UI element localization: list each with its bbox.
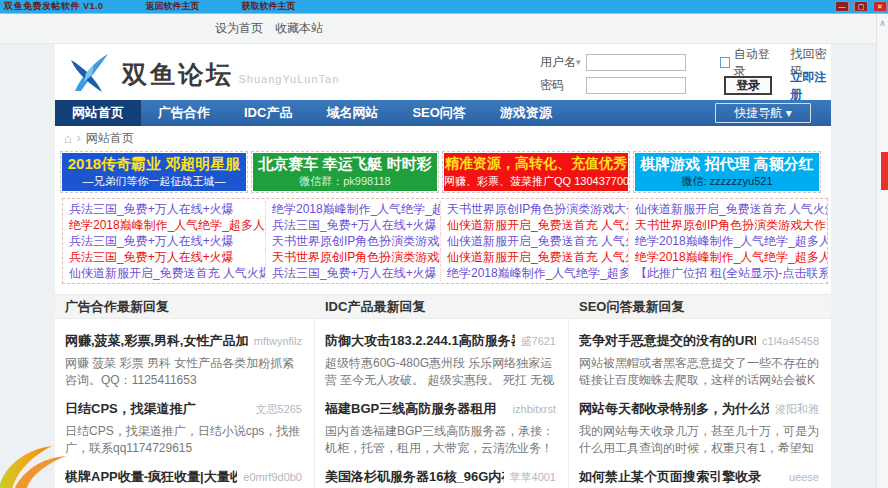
text-ad-link[interactable]: 绝学2018巅峰制作_人气绝学_超多人玩 [63,217,266,233]
topic-author[interactable]: 苹苹4001 [510,470,556,485]
text-ad-link[interactable]: 仙侠道新服开启_免费送首充 人气火爆 [441,233,629,249]
text-ad-label: 仙侠道新服开启_免费送首充 人气火爆 [447,234,629,248]
topic-author[interactable]: mftwynfilz [254,335,302,347]
topic-author[interactable]: e0mrf9d0b0 [243,471,302,483]
text-ad-label: 天书世界原创IP角色扮演类游戏大作 [635,218,826,232]
banner-line1: 2018传奇霸业 邓超明星服 [62,153,246,174]
banner-ad-legend-game[interactable]: 2018传奇霸业 邓超明星服 —兄弟们等你一起征战王城— [62,153,246,191]
text-ad-label: 兵法三国_免费+万人在线+火爆 [69,202,234,216]
text-ad-label: 天书世界原创IP角色扮演类游戏大作 [272,234,441,248]
latest-replies-columns: 网赚,菠菜,彩票,男科,女性产品加粉抓 mftwynfilz 网赚 菠菜 彩票 … [55,319,831,488]
text-ad-link[interactable]: 仙侠道新服开启_免费送首充 人气火爆 [63,265,266,281]
window-controls: — ▢ ✕ [835,1,887,12]
topic-title[interactable]: 网站每天都收录特别多，为什么没有权 [579,400,769,418]
text-ad-label: 绝学2018巅峰制作_人气绝学_超多人玩 [272,202,441,216]
text-ad-rent-link[interactable]: 【此推广位招 租(全站显示)-点击联系】 [629,265,827,281]
topic-excerpt: 超级特惠60G-480G惠州段 乐乐网络独家运营 至今无人攻破。 超级实惠段。 … [325,355,556,389]
site-logo[interactable]: 双鱼论坛 ShuangYuLunTan [66,49,339,99]
logo-text: 双鱼论坛 ShuangYuLunTan [122,60,339,88]
topic-title[interactable]: 美国洛杉矶服务器16核_96G内存_250M带 [325,468,504,486]
menu-return-home[interactable]: 返回软件主页 [146,0,200,13]
text-ad-link[interactable]: 仙侠道新服开启_免费送首充 人气火爆 [441,217,629,233]
banner-line1: 精准资源，高转化、充值优秀 [444,153,628,174]
banner-line2: 微信: zzzzzzyu521 [635,174,819,189]
topic-title[interactable]: 防御大攻击183.2.244.1高防服务器，秒 [325,332,515,350]
home-icon[interactable]: ⌂ [64,131,72,146]
banner-ad-resources[interactable]: 精准资源，高转化、充值优秀 网赚、彩票、菠菜推广QQ 1304377001 [444,153,628,191]
banner-line1: 北京赛车 幸运飞艇 时时彩 [253,153,437,174]
banner-ad-racing[interactable]: 北京赛车 幸运飞艇 时时彩 微信群：pk998118 [253,153,437,191]
text-ad-link[interactable]: 绝学2018巅峰制作_人气绝学_超多人玩 [441,265,629,281]
password-label: 密码 [540,77,582,94]
topic-author[interactable]: ueese [789,471,819,483]
text-ad-label: 兵法三国_免费+万人在线+火爆 [69,250,234,264]
topic-excerpt: 网赚 菠菜 彩票 男科 女性产品各类加粉抓紧咨询。QQ：1125411653 [65,355,302,389]
text-ad-link[interactable]: 兵法三国_免费+万人在线+火爆 [63,201,266,217]
topic-title[interactable]: 日结CPS，找渠道推广 [65,400,250,418]
banner-line2: 微信群：pk998118 [253,174,437,189]
app-title: 双鱼免费发帖软件 V1.0 [4,0,104,13]
text-ad-link[interactable]: 兵法三国_免费+万人在线+火爆 [63,233,266,249]
nav-item-idc[interactable]: IDC产品 [227,100,309,126]
text-ad-link[interactable]: 仙侠道新服开启_免费送首充 人气火爆 [629,201,827,217]
register-link[interactable]: 立即注册 [790,69,831,103]
nav-item-games[interactable]: 游戏资源 [483,100,569,126]
text-ad-label: 兵法三国_免费+万人在线+火爆 [69,234,234,248]
topic-title[interactable]: 网赚,菠菜,彩票,男科,女性产品加粉抓 [65,332,248,350]
vertical-scrollbar[interactable]: ∧ [876,14,888,488]
text-ad-link[interactable]: 仙侠道新服开启_免费送首充 人气火爆 [441,249,629,265]
auto-login-label: 自动登录 [734,46,775,80]
login-button[interactable]: 登录 [724,76,772,95]
text-ad-link[interactable]: 绝学2018巅峰制作_人气绝学_超多人玩 [266,201,441,217]
nav-item-home[interactable]: 网站首页 [55,100,141,126]
username-input[interactable] [586,54,686,71]
topic-title[interactable]: 棋牌APP收量-疯狂收量|大量收量|有实 [65,468,237,486]
text-ad-label: 天书世界原创IP角色扮演类游戏大作 [272,250,441,264]
menu-get-home[interactable]: 获取软件主页 [242,0,296,13]
text-ad-link[interactable]: 兵法三国_免费+万人在线+火爆 [266,265,441,281]
quick-nav-button[interactable]: 快捷导航 ▾ [715,103,811,123]
topic-title[interactable]: 如何禁止某个页面搜索引擎收录 [579,468,783,486]
nav-item-ads[interactable]: 广告合作 [141,100,227,126]
text-ad-link[interactable]: 兵法三国_免费+万人在线+火爆 [266,217,441,233]
text-ad-link[interactable]: 兵法三国_免费+万人在线+火爆 [63,249,266,265]
text-ad-link[interactable]: 绝学2018巅峰制作_人气绝学_超多人玩 [629,249,827,265]
topic-author[interactable]: c1l4a45458 [762,335,819,347]
breadcrumb-current[interactable]: 网站首页 [86,130,134,147]
topic-author[interactable]: izhbitxrst [513,403,556,415]
banner-line2: 网赚、彩票、菠菜推广QQ 1304377001 [444,174,628,189]
text-ad-label: 仙侠道新服开启_免费送首充 人气火爆 [69,266,266,280]
maximize-button[interactable]: ▢ [854,1,868,12]
site-name-en: ShuangYuLunTan [238,73,339,85]
auto-login-checkbox[interactable] [720,57,730,68]
topic-item: 竞争对手恶意提交的没有的URL，对网站 c1l4a45458 网站被黑帽或者黑客… [579,332,819,389]
text-ad-label: 兵法三国_免费+万人在线+火爆 [272,266,437,280]
pisces-logo-icon [66,49,112,99]
topic-author[interactable]: 浚阳和雅 [775,402,819,417]
topic-title[interactable]: 竞争对手恶意提交的没有的URL，对网站 [579,332,756,350]
banner-ad-chess[interactable]: 棋牌游戏 招代理 高额分红 微信: zzzzzzyu521 [635,153,819,191]
text-ad-link[interactable]: 天书世界原创IP角色扮演类游戏大作 [266,249,441,265]
password-input[interactable] [586,77,686,94]
topic-title[interactable]: 福建BGP三线高防服务器租用 [325,400,507,418]
minimize-button[interactable]: — [835,1,849,12]
username-dropdown-icon[interactable]: ▼ [574,58,582,67]
column-idc: 防御大攻击183.2.244.1高防服务器，秒 盛7621 超级特惠60G-48… [315,319,569,488]
main-nav: 网站首页 广告合作 IDC产品 域名网站 SEO问答 游戏资源 快捷导航 ▾ [55,100,831,126]
topic-author[interactable]: 文思5265 [256,402,302,417]
text-ad-link[interactable]: 天书世界原创IP角色扮演类游戏大作 [441,201,629,217]
bookmark-link[interactable]: 收藏本站 [275,20,323,37]
scroll-up-icon[interactable]: ∧ [877,16,888,30]
login-row-password: 密码 ▼ 登录 立即注册 [540,74,831,97]
set-home-link[interactable]: 设为首页 [215,20,263,37]
text-ad-link[interactable]: 天书世界原创IP角色扮演类游戏大作 [629,217,827,233]
text-ad-link[interactable]: 绝学2018巅峰制作_人气绝学_超多人玩 [629,233,827,249]
text-ad-link[interactable]: 天书世界原创IP角色扮演类游戏大作 [266,233,441,249]
login-panel: 用户名 ▼ 自动登录 找回密码 密码 ▼ 登录 立即注册 [540,51,831,97]
nav-item-seo[interactable]: SEO问答 [395,100,482,126]
topic-author[interactable]: 盛7621 [521,334,556,349]
nav-item-domain[interactable]: 域名网站 [309,100,395,126]
close-button[interactable]: ✕ [873,1,887,12]
topic-item: 福建BGP三线高防服务器租用 izhbitxrst 国内首选福建BGP三线高防服… [325,400,556,457]
text-ad-label: 仙侠道新服开启_免费送首充 人气火爆 [635,202,827,216]
